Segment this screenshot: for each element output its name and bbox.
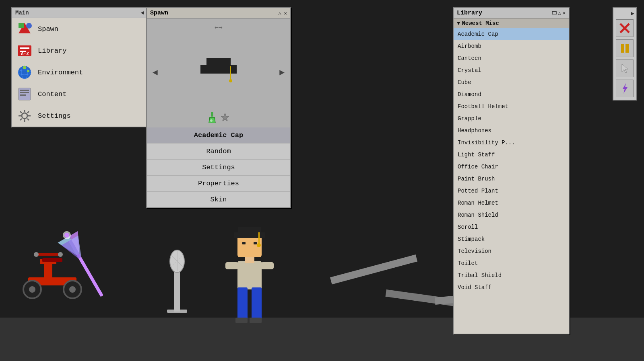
spawn-panel: Spawn △ ✕ ←→ ◄ ► <box>146 7 291 208</box>
library-item-roman-helmet[interactable]: Roman Helmet <box>454 197 569 209</box>
environment-icon <box>17 65 32 80</box>
library-item-stimpack[interactable]: Stimpack <box>454 233 569 245</box>
library-category[interactable]: ▼ Newest Misc <box>454 18 569 28</box>
close-button[interactable] <box>616 19 634 37</box>
spawn-item-settings[interactable]: Settings <box>147 159 290 175</box>
library-panel: Library 🗖 △ ✕ ▼ Newest Misc Academic Cap… <box>453 7 570 334</box>
sidebar-item-content[interactable]: Content <box>12 83 147 105</box>
svg-point-13 <box>29 286 35 293</box>
academic-cap-preview <box>200 57 237 89</box>
spawn-close-btn[interactable]: ✕ <box>284 10 287 16</box>
library-item-toilet[interactable]: Toilet <box>454 257 569 269</box>
library-item-cube[interactable]: Cube <box>454 76 569 88</box>
svg-rect-49 <box>20 47 29 49</box>
svg-line-66 <box>20 111 22 113</box>
svg-rect-37 <box>242 242 246 244</box>
svg-point-61 <box>22 113 27 119</box>
svg-point-36 <box>257 243 261 247</box>
library-item-football-helmet[interactable]: Football Helmet <box>454 101 569 113</box>
spawn-nav-left[interactable]: ◄ <box>153 68 158 78</box>
cursor-button[interactable] <box>616 59 634 77</box>
library-item-academic-cap[interactable]: Academic Cap <box>454 28 569 40</box>
svg-marker-79 <box>622 64 628 73</box>
spawn-item-random[interactable]: Random <box>147 143 290 159</box>
settings-icon <box>17 108 32 123</box>
svg-point-56 <box>27 70 29 72</box>
library-item-grapple[interactable]: Grapple <box>454 113 569 125</box>
library-item-potted-plant[interactable]: Potted Plant <box>454 185 569 197</box>
svg-point-73 <box>210 119 213 122</box>
library-item-invisibility-p[interactable]: Invisibility P... <box>454 137 569 149</box>
spawn-label: Spawn <box>38 25 58 33</box>
library-item-canteen[interactable]: Canteen <box>454 52 569 64</box>
svg-rect-70 <box>211 112 213 117</box>
library-item-crystal[interactable]: Crystal <box>454 64 569 76</box>
right-toolbar: ► <box>613 7 637 101</box>
library-item-office-chair[interactable]: Office Chair <box>454 161 569 173</box>
svg-rect-34 <box>238 227 261 234</box>
library-item-airbomb[interactable]: Airbomb <box>454 40 569 52</box>
sidebar-item-settings[interactable]: Settings <box>12 105 147 127</box>
library-item-void-staff[interactable]: Void Staff <box>454 281 569 293</box>
sidebar-item-spawn[interactable]: Spawn <box>12 18 147 40</box>
svg-rect-46 <box>19 23 24 28</box>
svg-rect-58 <box>20 90 29 91</box>
library-panel-label: Library <box>457 10 482 16</box>
svg-rect-60 <box>20 94 26 96</box>
library-window-btn[interactable]: 🗖 <box>552 10 557 16</box>
library-item-television[interactable]: Television <box>454 245 569 257</box>
svg-point-9 <box>34 252 39 257</box>
library-close-btn[interactable]: ✕ <box>563 10 566 16</box>
lightning-button[interactable] <box>616 80 634 97</box>
lightning-icon <box>619 82 631 94</box>
library-label: Library <box>38 47 66 55</box>
svg-rect-41 <box>225 262 238 269</box>
svg-marker-74 <box>221 113 229 121</box>
spawn-item-name[interactable]: Academic Cap <box>147 127 290 143</box>
library-item-tribal-shield[interactable]: Tribal Shield <box>454 269 569 281</box>
library-item-light-staff[interactable]: Light Staff <box>454 149 569 161</box>
library-list[interactable]: Academic CapAirbombCanteenCrystalCubeDia… <box>454 28 569 334</box>
spawn-bottom-icons <box>207 112 230 123</box>
library-item-headphones[interactable]: Headphones <box>454 125 569 137</box>
svg-rect-43 <box>235 318 248 323</box>
spawn-menu: Academic Cap Random Settings Properties … <box>147 127 290 207</box>
right-toolbar-collapse[interactable]: ► <box>631 10 634 17</box>
spawn-panel-label: Spawn <box>150 10 168 16</box>
svg-rect-30 <box>237 261 262 289</box>
spawn-preview-area: ←→ ◄ ► <box>147 18 290 127</box>
svg-rect-40 <box>252 287 262 320</box>
sidebar-item-library[interactable]: A-Z Library <box>12 40 147 62</box>
library-item-diamond[interactable]: Diamond <box>454 88 569 101</box>
flask-icon <box>207 112 217 123</box>
spawn-nav-right[interactable]: ► <box>279 68 285 78</box>
svg-text:A-Z: A-Z <box>21 51 29 56</box>
sidebar-item-environment[interactable]: Environment <box>12 62 147 83</box>
spawn-title-buttons: △ ✕ <box>278 10 287 16</box>
library-minimize-btn[interactable]: △ <box>558 10 561 16</box>
x-icon <box>619 22 631 34</box>
svg-line-67 <box>27 119 29 120</box>
library-item-roman-shield[interactable]: Roman Shield <box>454 209 569 221</box>
svg-rect-59 <box>20 92 29 93</box>
svg-rect-15 <box>42 258 62 262</box>
cap-board <box>200 65 237 74</box>
spawn-top-arrow: ←→ <box>215 23 222 31</box>
spawn-item-properties[interactable]: Properties <box>147 175 290 191</box>
spawn-item-skin[interactable]: Skin <box>147 191 290 207</box>
spawn-panel-title: Spawn △ ✕ <box>147 8 290 18</box>
main-panel-collapse[interactable]: ◄ <box>141 10 144 16</box>
spawn-minimize-btn[interactable]: △ <box>278 10 281 16</box>
pause-button[interactable] <box>616 39 634 57</box>
svg-line-69 <box>20 119 22 120</box>
library-category-arrow: ▼ <box>457 20 460 27</box>
svg-rect-77 <box>621 44 624 53</box>
pause-icon <box>619 42 631 54</box>
spawn-icon <box>17 21 32 37</box>
svg-rect-39 <box>237 287 248 320</box>
svg-line-68 <box>27 111 29 113</box>
svg-point-55 <box>23 66 26 69</box>
svg-rect-78 <box>625 44 629 53</box>
library-item-paint-brush[interactable]: Paint Brush <box>454 173 569 185</box>
library-item-scroll[interactable]: Scroll <box>454 221 569 233</box>
